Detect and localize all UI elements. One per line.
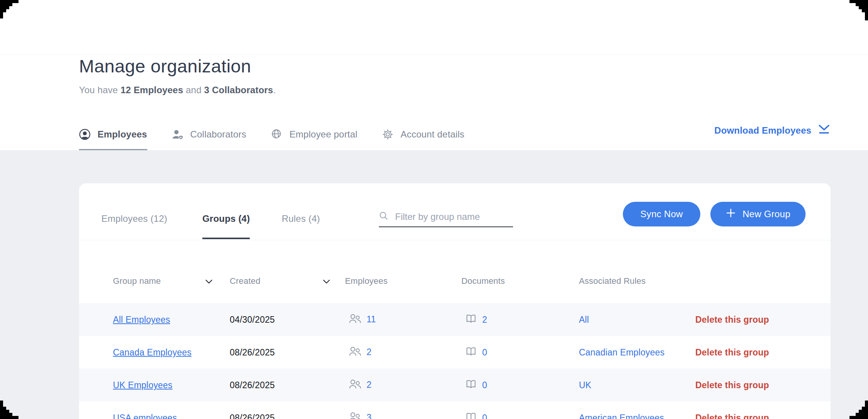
created-date: 08/26/2025 <box>230 347 275 357</box>
users-icon <box>349 411 361 419</box>
users-icon <box>349 313 361 326</box>
card-toolbar: Employees (12) Groups (4) Rules (4) <box>79 183 831 240</box>
subtab-groups-label: Groups (4) <box>202 213 250 224</box>
documents-count-link[interactable]: 0 <box>482 347 487 357</box>
user-circle-icon <box>79 129 91 140</box>
employees-count-cell: 2 <box>349 346 372 359</box>
group-name-link[interactable]: USA employees <box>113 412 177 419</box>
users-icon <box>349 346 361 359</box>
page-header: Manage organization You have 12 Employee… <box>0 55 868 150</box>
documents-count-link[interactable]: 0 <box>482 380 487 390</box>
associated-rules-link[interactable]: UK <box>579 380 591 390</box>
collaborator-icon <box>172 129 183 140</box>
header-documents: Documents <box>461 276 505 286</box>
subtab-employees[interactable]: Employees (12) <box>101 183 167 240</box>
gear-icon <box>382 129 394 140</box>
header-created[interactable]: Created <box>230 276 261 286</box>
globe-cursor-icon <box>271 129 283 140</box>
subtab-rules-label: Rules (4) <box>282 213 320 224</box>
employees-count-cell: 3 <box>349 411 372 419</box>
employees-count-link[interactable]: 3 <box>367 412 372 419</box>
group-name-link[interactable]: All Employees <box>113 314 170 325</box>
download-icon <box>818 124 831 137</box>
tab-employees-label: Employees <box>98 129 147 140</box>
employees-count-link[interactable]: 11 <box>367 314 376 325</box>
documents-count-cell: 0 <box>465 378 487 392</box>
table-row: All Employees 04/30/2025 11 <box>79 303 831 336</box>
collaborators-count-text: 3 Collaborators <box>204 85 273 95</box>
chevron-down-icon[interactable] <box>205 278 212 285</box>
table-row: Canada Employees 08/26/2025 2 <box>79 336 831 369</box>
table-row: USA employees 08/26/2025 3 <box>79 401 831 419</box>
chevron-down-icon[interactable] <box>323 278 330 285</box>
content-area: Employees (12) Groups (4) Rules (4) <box>0 150 868 419</box>
filter-by-group-name-input[interactable] <box>395 211 507 222</box>
group-filter <box>379 207 513 227</box>
sync-now-button[interactable]: Sync Now <box>623 202 700 226</box>
associated-rules-link[interactable]: Canadian Employees <box>579 347 664 357</box>
employees-count-cell: 2 <box>349 379 372 392</box>
manage-organization-page: Manage organization You have 12 Employee… <box>0 0 868 419</box>
download-employees-button[interactable]: Download Employees <box>714 124 831 137</box>
created-date: 08/26/2025 <box>230 380 275 390</box>
header-associated-rules: Associated Rules <box>579 276 646 286</box>
employees-count-link[interactable]: 2 <box>367 380 372 390</box>
delete-group-button[interactable]: Delete this group <box>695 412 769 419</box>
documents-count-cell: 0 <box>465 345 487 359</box>
subtab-rules[interactable]: Rules (4) <box>282 183 320 240</box>
header-group-name[interactable]: Group name <box>113 276 161 286</box>
table-row: UK Employees 08/26/2025 2 <box>79 369 831 401</box>
delete-group-button[interactable]: Delete this group <box>695 380 769 390</box>
associated-rules-link[interactable]: American Employees <box>579 412 664 419</box>
plus-icon <box>725 208 736 221</box>
group-name-link[interactable]: UK Employees <box>113 380 173 390</box>
subtitle-prefix: You have <box>79 85 121 95</box>
subtitle-and: and <box>183 85 204 95</box>
group-name-link[interactable]: Canada Employees <box>113 347 192 357</box>
new-group-button[interactable]: New Group <box>710 202 806 226</box>
created-date: 08/26/2025 <box>230 412 275 419</box>
delete-group-button[interactable]: Delete this group <box>695 347 769 357</box>
employees-count-text: 12 Employees <box>121 85 183 95</box>
associated-rules-link[interactable]: All <box>579 314 589 325</box>
main-tabs: Employees Collaborators <box>79 120 464 150</box>
header-employees: Employees <box>345 276 388 286</box>
documents-count-link[interactable]: 0 <box>482 412 487 419</box>
groups-card: Employees (12) Groups (4) Rules (4) <box>79 183 831 419</box>
sync-now-label: Sync Now <box>640 209 683 220</box>
documents-count-cell: 0 <box>465 411 487 419</box>
search-icon <box>379 211 389 223</box>
tab-employee-portal-label: Employee portal <box>289 129 357 140</box>
tab-collaborators-label: Collaborators <box>190 129 246 140</box>
tab-employees[interactable]: Employees <box>79 120 147 150</box>
created-date: 04/30/2025 <box>230 314 275 325</box>
tab-employee-portal[interactable]: Employee portal <box>271 120 357 150</box>
open-book-icon <box>465 378 477 392</box>
delete-group-button[interactable]: Delete this group <box>695 314 769 325</box>
subtab-employees-label: Employees (12) <box>101 213 167 224</box>
documents-count-cell: 2 <box>465 313 487 326</box>
new-group-label: New Group <box>742 209 790 220</box>
employees-count-cell: 11 <box>349 313 376 326</box>
documents-count-link[interactable]: 2 <box>482 314 487 325</box>
subtab-groups[interactable]: Groups (4) <box>202 183 250 240</box>
page-subtitle: You have 12 Employees and 3 Collaborator… <box>79 85 276 96</box>
subtitle-period: . <box>273 85 276 95</box>
tab-account-details[interactable]: Account details <box>382 120 464 150</box>
open-book-icon <box>465 345 477 359</box>
tab-account-details-label: Account details <box>400 129 464 140</box>
users-icon <box>349 379 361 392</box>
tab-collaborators[interactable]: Collaborators <box>172 120 246 150</box>
open-book-icon <box>465 411 477 419</box>
page-title: Manage organization <box>79 55 251 77</box>
table-header-row: Group name Created Employees Documents A… <box>79 240 831 303</box>
employees-count-link[interactable]: 2 <box>367 347 372 357</box>
top-bar <box>0 0 868 55</box>
open-book-icon <box>465 313 477 326</box>
download-employees-label: Download Employees <box>714 125 811 136</box>
